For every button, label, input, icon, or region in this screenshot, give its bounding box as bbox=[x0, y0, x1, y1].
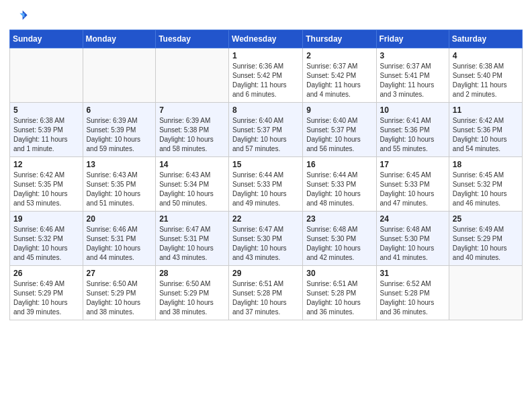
calendar-cell: 5Sunrise: 6:38 AM Sunset: 5:39 PM Daylig… bbox=[10, 103, 83, 157]
day-info: Sunrise: 6:51 AM Sunset: 5:28 PM Dayligh… bbox=[232, 279, 299, 317]
day-info: Sunrise: 6:41 AM Sunset: 5:36 PM Dayligh… bbox=[380, 116, 445, 154]
col-header-saturday: Saturday bbox=[449, 30, 522, 48]
day-info: Sunrise: 6:46 AM Sunset: 5:31 PM Dayligh… bbox=[87, 225, 152, 263]
day-number: 9 bbox=[306, 105, 372, 115]
day-number: 7 bbox=[159, 105, 225, 115]
day-info: Sunrise: 6:45 AM Sunset: 5:33 PM Dayligh… bbox=[380, 171, 445, 208]
calendar-cell: 9Sunrise: 6:40 AM Sunset: 5:37 PM Daylig… bbox=[303, 103, 376, 157]
calendar-cell: 3Sunrise: 6:37 AM Sunset: 5:41 PM Daylig… bbox=[376, 48, 449, 103]
day-info: Sunrise: 6:52 AM Sunset: 5:28 PM Dayligh… bbox=[380, 279, 445, 317]
day-number: 10 bbox=[380, 105, 445, 115]
day-info: Sunrise: 6:39 AM Sunset: 5:38 PM Dayligh… bbox=[159, 116, 225, 154]
day-info: Sunrise: 6:47 AM Sunset: 5:31 PM Dayligh… bbox=[159, 225, 225, 263]
day-number: 28 bbox=[159, 269, 225, 278]
page: SundayMondayTuesdayWednesdayThursdayFrid… bbox=[0, 0, 532, 327]
day-info: Sunrise: 6:45 AM Sunset: 5:32 PM Dayligh… bbox=[453, 171, 519, 208]
day-info: Sunrise: 6:46 AM Sunset: 5:32 PM Dayligh… bbox=[13, 225, 79, 263]
day-number: 26 bbox=[13, 269, 79, 278]
day-number: 22 bbox=[232, 214, 299, 224]
day-info: Sunrise: 6:48 AM Sunset: 5:30 PM Dayligh… bbox=[306, 225, 372, 263]
calendar-cell: 31Sunrise: 6:52 AM Sunset: 5:28 PM Dayli… bbox=[376, 266, 449, 320]
calendar-cell: 4Sunrise: 6:38 AM Sunset: 5:40 PM Daylig… bbox=[449, 48, 522, 103]
day-info: Sunrise: 6:37 AM Sunset: 5:41 PM Dayligh… bbox=[380, 62, 445, 99]
calendar-table: SundayMondayTuesdayWednesdayThursdayFrid… bbox=[9, 30, 523, 320]
calendar-cell bbox=[10, 48, 83, 103]
day-number: 13 bbox=[87, 160, 152, 169]
day-number: 2 bbox=[306, 51, 372, 60]
calendar-row-4: 19Sunrise: 6:46 AM Sunset: 5:32 PM Dayli… bbox=[10, 212, 523, 266]
day-number: 19 bbox=[13, 214, 79, 224]
calendar-cell: 12Sunrise: 6:42 AM Sunset: 5:35 PM Dayli… bbox=[10, 157, 83, 212]
day-number: 8 bbox=[232, 105, 299, 115]
calendar-cell: 20Sunrise: 6:46 AM Sunset: 5:31 PM Dayli… bbox=[83, 212, 156, 266]
day-info: Sunrise: 6:47 AM Sunset: 5:30 PM Dayligh… bbox=[232, 225, 299, 263]
day-number: 11 bbox=[453, 105, 519, 115]
day-number: 21 bbox=[159, 214, 225, 224]
day-number: 25 bbox=[453, 214, 519, 224]
day-info: Sunrise: 6:42 AM Sunset: 5:36 PM Dayligh… bbox=[453, 116, 519, 154]
day-number: 14 bbox=[159, 160, 225, 169]
day-info: Sunrise: 6:43 AM Sunset: 5:34 PM Dayligh… bbox=[159, 171, 225, 208]
calendar-cell: 22Sunrise: 6:47 AM Sunset: 5:30 PM Dayli… bbox=[229, 212, 303, 266]
day-info: Sunrise: 6:49 AM Sunset: 5:29 PM Dayligh… bbox=[13, 279, 79, 317]
calendar-cell: 24Sunrise: 6:48 AM Sunset: 5:30 PM Dayli… bbox=[376, 212, 449, 266]
calendar-cell bbox=[156, 48, 229, 103]
day-number: 5 bbox=[13, 105, 79, 115]
day-number: 18 bbox=[453, 160, 519, 169]
day-number: 3 bbox=[380, 51, 445, 60]
day-info: Sunrise: 6:40 AM Sunset: 5:37 PM Dayligh… bbox=[306, 116, 372, 154]
col-header-friday: Friday bbox=[376, 30, 449, 48]
day-number: 27 bbox=[87, 269, 152, 278]
day-number: 31 bbox=[380, 269, 445, 278]
calendar-cell bbox=[449, 266, 522, 320]
calendar-cell: 21Sunrise: 6:47 AM Sunset: 5:31 PM Dayli… bbox=[156, 212, 229, 266]
calendar-cell: 19Sunrise: 6:46 AM Sunset: 5:32 PM Dayli… bbox=[10, 212, 83, 266]
header-row: SundayMondayTuesdayWednesdayThursdayFrid… bbox=[10, 30, 523, 48]
calendar-cell: 25Sunrise: 6:49 AM Sunset: 5:29 PM Dayli… bbox=[449, 212, 522, 266]
day-number: 6 bbox=[87, 105, 152, 115]
calendar-header: SundayMondayTuesdayWednesdayThursdayFrid… bbox=[10, 30, 523, 48]
calendar-row-1: 1Sunrise: 6:36 AM Sunset: 5:42 PM Daylig… bbox=[10, 48, 523, 103]
logo bbox=[9, 7, 31, 26]
calendar-cell: 18Sunrise: 6:45 AM Sunset: 5:32 PM Dayli… bbox=[449, 157, 522, 212]
day-number: 12 bbox=[13, 160, 79, 169]
calendar-cell: 1Sunrise: 6:36 AM Sunset: 5:42 PM Daylig… bbox=[229, 48, 303, 103]
calendar-cell: 23Sunrise: 6:48 AM Sunset: 5:30 PM Dayli… bbox=[303, 212, 376, 266]
day-number: 24 bbox=[380, 214, 445, 224]
day-number: 30 bbox=[306, 269, 372, 278]
day-info: Sunrise: 6:49 AM Sunset: 5:29 PM Dayligh… bbox=[453, 225, 519, 263]
col-header-thursday: Thursday bbox=[303, 30, 376, 48]
day-info: Sunrise: 6:48 AM Sunset: 5:30 PM Dayligh… bbox=[380, 225, 445, 263]
day-number: 16 bbox=[306, 160, 372, 169]
calendar-cell: 14Sunrise: 6:43 AM Sunset: 5:34 PM Dayli… bbox=[156, 157, 229, 212]
day-info: Sunrise: 6:36 AM Sunset: 5:42 PM Dayligh… bbox=[232, 62, 299, 99]
calendar-cell: 29Sunrise: 6:51 AM Sunset: 5:28 PM Dayli… bbox=[229, 266, 303, 320]
calendar-body: 1Sunrise: 6:36 AM Sunset: 5:42 PM Daylig… bbox=[10, 48, 523, 320]
logo-icon bbox=[9, 7, 28, 26]
day-info: Sunrise: 6:38 AM Sunset: 5:40 PM Dayligh… bbox=[453, 62, 519, 99]
day-info: Sunrise: 6:50 AM Sunset: 5:29 PM Dayligh… bbox=[87, 279, 152, 317]
day-info: Sunrise: 6:40 AM Sunset: 5:37 PM Dayligh… bbox=[232, 116, 299, 154]
day-info: Sunrise: 6:50 AM Sunset: 5:29 PM Dayligh… bbox=[159, 279, 225, 317]
calendar-cell: 11Sunrise: 6:42 AM Sunset: 5:36 PM Dayli… bbox=[449, 103, 522, 157]
calendar-row-5: 26Sunrise: 6:49 AM Sunset: 5:29 PM Dayli… bbox=[10, 266, 523, 320]
day-number: 23 bbox=[306, 214, 372, 224]
calendar-cell: 8Sunrise: 6:40 AM Sunset: 5:37 PM Daylig… bbox=[229, 103, 303, 157]
day-number: 29 bbox=[232, 269, 299, 278]
day-number: 15 bbox=[232, 160, 299, 169]
calendar-cell: 13Sunrise: 6:43 AM Sunset: 5:35 PM Dayli… bbox=[83, 157, 156, 212]
calendar-cell: 28Sunrise: 6:50 AM Sunset: 5:29 PM Dayli… bbox=[156, 266, 229, 320]
day-info: Sunrise: 6:44 AM Sunset: 5:33 PM Dayligh… bbox=[232, 171, 299, 208]
day-info: Sunrise: 6:42 AM Sunset: 5:35 PM Dayligh… bbox=[13, 171, 79, 208]
calendar-cell: 6Sunrise: 6:39 AM Sunset: 5:39 PM Daylig… bbox=[83, 103, 156, 157]
svg-marker-1 bbox=[19, 13, 24, 18]
day-number: 17 bbox=[380, 160, 445, 169]
calendar-row-2: 5Sunrise: 6:38 AM Sunset: 5:39 PM Daylig… bbox=[10, 103, 523, 157]
calendar-cell: 2Sunrise: 6:37 AM Sunset: 5:42 PM Daylig… bbox=[303, 48, 376, 103]
day-info: Sunrise: 6:37 AM Sunset: 5:42 PM Dayligh… bbox=[306, 62, 372, 99]
day-number: 4 bbox=[453, 51, 519, 60]
day-number: 1 bbox=[232, 51, 299, 60]
calendar-cell bbox=[83, 48, 156, 103]
calendar-cell: 15Sunrise: 6:44 AM Sunset: 5:33 PM Dayli… bbox=[229, 157, 303, 212]
day-info: Sunrise: 6:44 AM Sunset: 5:33 PM Dayligh… bbox=[306, 171, 372, 208]
